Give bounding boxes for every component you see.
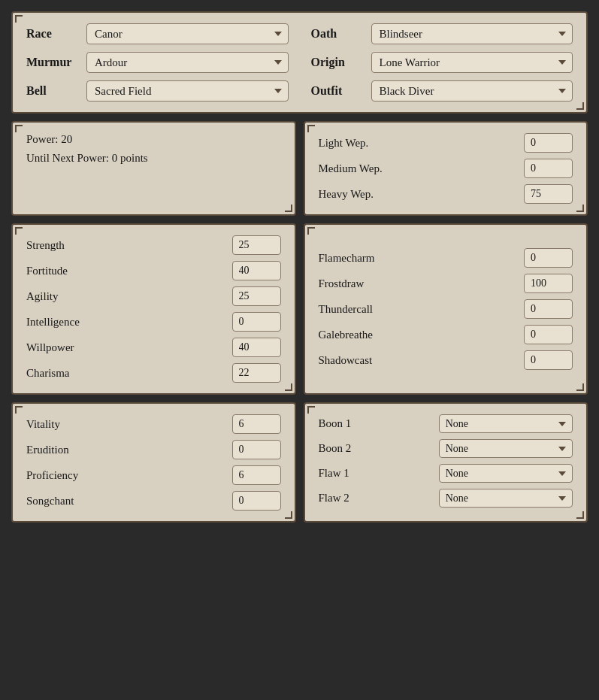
origin-row: Origin Lone Warrior bbox=[311, 52, 573, 73]
willpower-input[interactable] bbox=[232, 338, 281, 357]
flaw1-label: Flaw 1 bbox=[319, 467, 439, 480]
proficiency-row: Proficiency bbox=[26, 465, 281, 485]
race-row: Race Canor bbox=[26, 23, 289, 44]
proficiency-label: Proficiency bbox=[26, 469, 232, 482]
bell-row: Bell Sacred Field bbox=[26, 80, 289, 102]
flaw2-label: Flaw 2 bbox=[319, 492, 439, 505]
agility-label: Agility bbox=[26, 290, 232, 303]
heavy-wep-row: Heavy Wep. bbox=[319, 184, 573, 204]
outfit-select[interactable]: Black Diver bbox=[371, 80, 573, 102]
fortitude-row: Fortitude bbox=[26, 261, 281, 280]
flaw1-row: Flaw 1 None bbox=[319, 464, 573, 483]
oath-row: Oath Blindseer bbox=[311, 23, 573, 44]
murmur-row: Murmur Ardour bbox=[26, 52, 289, 73]
outfit-label: Outfit bbox=[311, 84, 371, 98]
vitality-label: Vitality bbox=[26, 418, 232, 431]
agility-input[interactable] bbox=[232, 286, 281, 306]
vitality-row: Vitality bbox=[26, 414, 281, 434]
heavy-wep-label: Heavy Wep. bbox=[319, 188, 525, 201]
frostdraw-label: Frostdraw bbox=[319, 277, 525, 290]
origin-select[interactable]: Lone Warrior bbox=[371, 52, 573, 73]
thundercall-label: Thundercall bbox=[319, 303, 525, 316]
fortitude-input[interactable] bbox=[232, 261, 281, 280]
origin-label: Origin bbox=[311, 56, 371, 69]
erudition-input[interactable] bbox=[232, 440, 281, 459]
murmur-label: Murmur bbox=[26, 56, 86, 69]
boon2-select[interactable]: None bbox=[439, 439, 573, 458]
light-wep-label: Light Wep. bbox=[319, 137, 525, 150]
light-wep-input[interactable] bbox=[524, 133, 573, 153]
frostdraw-row: Frostdraw bbox=[319, 274, 573, 293]
medium-wep-row: Medium Wep. bbox=[319, 159, 573, 178]
songchant-label: Songchant bbox=[26, 495, 232, 508]
thundercall-input[interactable] bbox=[524, 299, 573, 319]
bell-label: Bell bbox=[26, 84, 86, 98]
flamecharm-row: Flamecharm bbox=[319, 248, 573, 268]
agility-row: Agility bbox=[26, 286, 281, 306]
heavy-wep-input[interactable] bbox=[524, 184, 573, 204]
race-label: Race bbox=[26, 27, 86, 41]
thundercall-row: Thundercall bbox=[319, 299, 573, 319]
galebreathe-label: Galebreathe bbox=[319, 329, 525, 341]
attributes-panel: Strength Fortitude Agility Intelligence … bbox=[11, 223, 296, 395]
charisma-row: Charisma bbox=[26, 363, 281, 383]
vitality-input[interactable] bbox=[232, 414, 281, 434]
galebreathe-row: Galebreathe bbox=[319, 325, 573, 344]
erudition-label: Erudition bbox=[26, 444, 232, 456]
intelligence-label: Intelligence bbox=[26, 316, 232, 329]
magic-panel: Flamecharm Frostdraw Thundercall Galebre… bbox=[304, 223, 588, 395]
oath-label: Oath bbox=[311, 27, 371, 41]
light-wep-row: Light Wep. bbox=[319, 133, 573, 153]
fortitude-label: Fortitude bbox=[26, 265, 232, 277]
songchant-row: Songchant bbox=[26, 491, 281, 511]
power-panel: Power: 20 Until Next Power: 0 points bbox=[11, 121, 296, 216]
oath-select[interactable]: Blindseer bbox=[371, 23, 573, 44]
medium-wep-input[interactable] bbox=[524, 159, 573, 178]
shadowcast-input[interactable] bbox=[524, 350, 573, 370]
songchant-input[interactable] bbox=[232, 491, 281, 511]
race-select[interactable]: Canor bbox=[86, 23, 289, 44]
attr-magic-row: Strength Fortitude Agility Intelligence … bbox=[11, 223, 588, 402]
murmur-select[interactable]: Ardour bbox=[86, 52, 289, 73]
galebreathe-input[interactable] bbox=[524, 325, 573, 344]
boons-panel: Boon 1 None Boon 2 None Flaw 1 None Flaw… bbox=[304, 402, 588, 523]
erudition-row: Erudition bbox=[26, 440, 281, 459]
weapons-panel: Light Wep. Medium Wep. Heavy Wep. bbox=[304, 121, 588, 216]
power-value: Power: 20 bbox=[26, 133, 281, 146]
willpower-row: Willpower bbox=[26, 338, 281, 357]
shadowcast-row: Shadowcast bbox=[319, 350, 573, 370]
flaw2-select[interactable]: None bbox=[439, 489, 573, 508]
power-weapons-row: Power: 20 Until Next Power: 0 points Lig… bbox=[11, 121, 588, 223]
flaw2-row: Flaw 2 None bbox=[319, 489, 573, 508]
strength-input[interactable] bbox=[232, 235, 281, 255]
flamecharm-label: Flamecharm bbox=[319, 252, 525, 265]
intelligence-row: Intelligence bbox=[26, 312, 281, 332]
outfit-row: Outfit Black Diver bbox=[311, 80, 573, 102]
boon2-row: Boon 2 None bbox=[319, 439, 573, 458]
top-panel: Race Canor Murmur Ardour Bell Sacred Fie… bbox=[11, 11, 588, 114]
boon1-select[interactable]: None bbox=[439, 414, 573, 433]
willpower-label: Willpower bbox=[26, 341, 232, 354]
frostdraw-input[interactable] bbox=[524, 274, 573, 293]
bell-select[interactable]: Sacred Field bbox=[86, 80, 289, 102]
boon1-label: Boon 1 bbox=[319, 417, 439, 430]
secondary-boons-row: Vitality Erudition Proficiency Songchant… bbox=[11, 402, 588, 530]
charisma-label: Charisma bbox=[26, 367, 232, 380]
boon2-label: Boon 2 bbox=[319, 442, 439, 455]
flaw1-select[interactable]: None bbox=[439, 464, 573, 483]
boon1-row: Boon 1 None bbox=[319, 414, 573, 433]
proficiency-input[interactable] bbox=[232, 465, 281, 485]
next-power-value: Until Next Power: 0 points bbox=[26, 152, 281, 165]
strength-label: Strength bbox=[26, 239, 232, 252]
secondary-panel: Vitality Erudition Proficiency Songchant bbox=[11, 402, 296, 523]
shadowcast-label: Shadowcast bbox=[319, 354, 525, 367]
medium-wep-label: Medium Wep. bbox=[319, 162, 525, 175]
charisma-input[interactable] bbox=[232, 363, 281, 383]
intelligence-input[interactable] bbox=[232, 312, 281, 332]
strength-row: Strength bbox=[26, 235, 281, 255]
flamecharm-input[interactable] bbox=[524, 248, 573, 268]
